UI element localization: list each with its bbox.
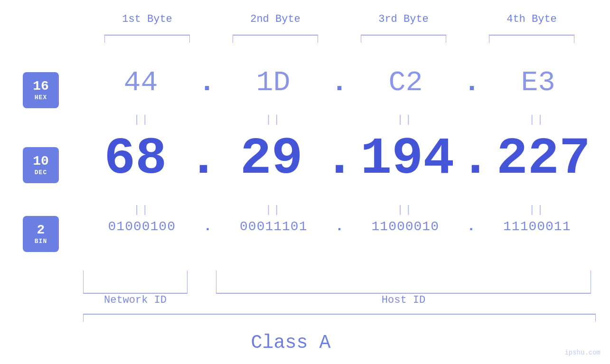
dot-bin-1: . (201, 218, 215, 234)
hex-row: 44 . 1D . C2 . E3 (83, 66, 596, 99)
dot-hex-2: . (331, 66, 348, 99)
bracket-4 (468, 34, 596, 44)
network-id-label: Network ID (83, 294, 188, 306)
eq-1: || (83, 114, 201, 126)
dec-row: 68 . 29 . 194 . 227 (83, 133, 596, 185)
byte-header-2: 2nd Byte (211, 13, 339, 25)
dec-val-1: 68 (83, 133, 188, 185)
badge-dec-label: DEC (35, 169, 47, 176)
dot-hex-3: . (463, 66, 480, 99)
bin-val-4: 11100011 (479, 219, 596, 234)
dot-dec-2: . (324, 133, 355, 185)
dot-dec-3: . (460, 133, 491, 185)
byte-header-4: 4th Byte (468, 13, 596, 25)
badge-hex: 16 HEX (23, 72, 59, 108)
hex-val-1: 44 (83, 66, 198, 99)
outer-bracket-area (83, 313, 596, 325)
outer-bracket (83, 313, 596, 323)
bracket-2 (211, 34, 339, 44)
badge-bin-num: 2 (37, 223, 45, 238)
byte-header-1: 1st Byte (83, 13, 211, 25)
badge-hex-label: HEX (35, 94, 47, 101)
badge-bin: 2 BIN (23, 216, 59, 252)
page-container: 1st Byte 2nd Byte 3rd Byte 4th Byte (0, 0, 610, 364)
dec-val-4: 227 (491, 133, 596, 185)
eq-3: || (347, 114, 464, 126)
badge-hex-num: 16 (33, 79, 49, 94)
dot-bin-2: . (332, 218, 347, 234)
dot-hex-1: . (198, 66, 216, 99)
watermark: ipshu.com (564, 349, 601, 356)
dot-bin-3: . (464, 218, 479, 234)
equals-row-2: || || || || (83, 204, 596, 216)
badge-dec-num: 10 (33, 154, 49, 169)
byte-header-3: 3rd Byte (339, 13, 468, 25)
bracket-3 (339, 34, 468, 44)
top-brackets (83, 34, 596, 44)
hex-val-2: 1D (216, 66, 331, 99)
host-id-label: Host ID (216, 294, 591, 306)
hex-val-3: C2 (348, 66, 463, 99)
host-id-bracket (216, 271, 591, 294)
bin-val-2: 00011101 (215, 219, 333, 234)
network-id-bracket (83, 271, 188, 294)
eq-2: || (215, 114, 333, 126)
class-label: Class A (251, 332, 330, 354)
eq2-2: || (215, 204, 333, 216)
byte-headers-row: 1st Byte 2nd Byte 3rd Byte 4th Byte (83, 13, 596, 25)
class-label-area: Class A (0, 332, 582, 354)
bin-val-1: 01000100 (83, 219, 201, 234)
bin-row: 01000100 . 00011101 . 11000010 . 1110001… (83, 218, 596, 234)
eq-4: || (479, 114, 596, 126)
eq2-1: || (83, 204, 201, 216)
dec-val-2: 29 (219, 133, 324, 185)
badge-bin-label: BIN (35, 238, 47, 245)
eq2-3: || (347, 204, 464, 216)
hex-val-4: E3 (480, 66, 596, 99)
eq2-4: || (479, 204, 596, 216)
dec-val-3: 194 (355, 133, 460, 185)
badge-dec: 10 DEC (23, 147, 59, 183)
equals-row-1: || || || || (83, 114, 596, 126)
bracket-1 (83, 34, 211, 44)
bin-val-3: 11000010 (347, 219, 464, 234)
dot-dec-1: . (188, 133, 219, 185)
